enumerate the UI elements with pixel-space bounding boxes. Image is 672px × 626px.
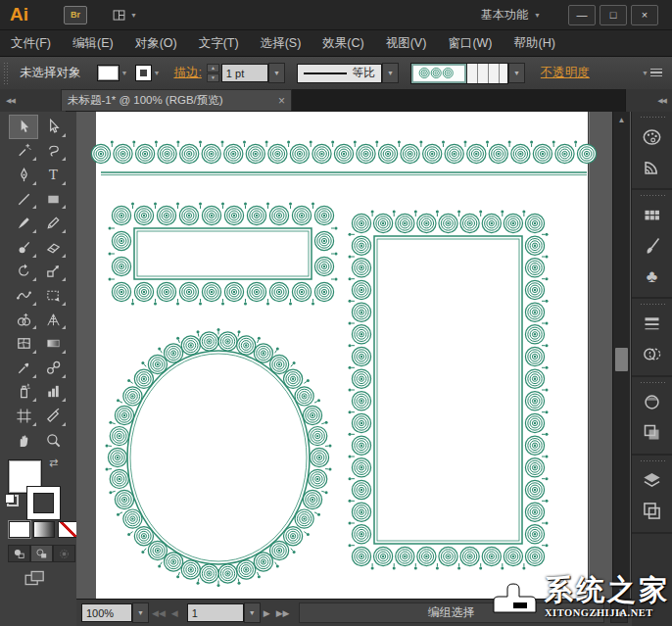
ornament-artwork[interactable] bbox=[76, 112, 632, 600]
panel-swatches-button[interactable] bbox=[632, 200, 671, 230]
panel-artboards-button[interactable] bbox=[632, 496, 671, 526]
maximize-button[interactable]: □ bbox=[600, 5, 627, 25]
scrollbar-thumb[interactable] bbox=[615, 348, 628, 371]
arrange-documents-button[interactable]: ▼ bbox=[111, 8, 137, 23]
zoom-level-field[interactable]: 100% bbox=[81, 603, 132, 622]
zoom-tool[interactable] bbox=[38, 428, 68, 453]
menu-item-2[interactable]: 编辑(E) bbox=[62, 35, 124, 52]
status-display[interactable]: 编组选择 ▶ bbox=[299, 602, 604, 623]
stroke-width-stepper[interactable]: ▲ ▼ bbox=[207, 64, 219, 82]
brush-definition-combo[interactable] bbox=[410, 63, 508, 84]
last-artboard-button[interactable]: ▶▶ bbox=[276, 608, 290, 618]
symbol-sprayer-tool[interactable] bbox=[9, 380, 38, 405]
next-artboard-button[interactable]: ▶ bbox=[264, 608, 270, 618]
control-bar-grip[interactable] bbox=[3, 62, 8, 85]
scroll-up-icon[interactable]: ▲ bbox=[613, 113, 630, 127]
color-button[interactable] bbox=[9, 521, 30, 538]
width-tool[interactable] bbox=[9, 283, 38, 308]
type-tool[interactable]: T bbox=[38, 163, 68, 187]
stroke-proxy-swatch[interactable] bbox=[27, 487, 60, 519]
chevron-down-icon[interactable]: ▼ bbox=[121, 70, 128, 76]
prev-artboard-button[interactable]: ◀ bbox=[171, 608, 178, 618]
swap-fill-stroke-icon[interactable]: ⇄ bbox=[49, 457, 58, 469]
status-popup-icon[interactable]: ▶ bbox=[593, 608, 600, 618]
minimize-button[interactable]: — bbox=[568, 5, 596, 25]
profile-dropdown[interactable]: ▼ bbox=[382, 63, 399, 83]
free-transform-tool[interactable] bbox=[38, 283, 68, 308]
toolbar-collapse-button[interactable]: ◀◀ bbox=[0, 89, 67, 112]
stepper-up-icon[interactable]: ▲ bbox=[207, 64, 219, 72]
menu-item-5[interactable]: 选择(S) bbox=[250, 35, 312, 52]
paintbrush-tool[interactable] bbox=[9, 211, 38, 235]
tab-close-icon[interactable]: × bbox=[278, 94, 285, 108]
stroke-color-swatch[interactable] bbox=[136, 66, 151, 80]
artboard-dropdown[interactable]: ▼ bbox=[244, 602, 261, 623]
column-graph-tool[interactable] bbox=[38, 380, 68, 405]
panel-grip[interactable] bbox=[640, 116, 665, 120]
first-artboard-button[interactable]: ◀◀ bbox=[152, 608, 166, 618]
panel-color-guide-button[interactable] bbox=[632, 152, 671, 182]
menu-item-8[interactable]: 窗口(W) bbox=[437, 35, 503, 52]
control-panel-menu-button[interactable]: ▼ bbox=[642, 69, 662, 77]
mesh-tool[interactable] bbox=[9, 331, 38, 356]
zoom-dropdown[interactable]: ▼ bbox=[132, 602, 149, 623]
stroke-panel-link[interactable]: 描边: bbox=[173, 65, 201, 81]
canvas-area[interactable]: ▲ ▼ bbox=[76, 112, 632, 600]
perspective-grid-tool[interactable] bbox=[38, 308, 68, 332]
panel-grip[interactable] bbox=[640, 194, 665, 198]
bridge-button[interactable]: Br bbox=[64, 6, 87, 24]
panel-stroke-button[interactable] bbox=[632, 309, 671, 339]
panel-grip[interactable] bbox=[640, 303, 665, 307]
draw-inside-button[interactable] bbox=[53, 545, 75, 562]
close-button[interactable]: × bbox=[631, 5, 658, 25]
artboard-number-field[interactable]: 1 bbox=[187, 603, 244, 622]
default-fill-stroke-icon[interactable] bbox=[5, 494, 19, 506]
eyedropper-tool[interactable] bbox=[9, 356, 38, 380]
eraser-tool[interactable] bbox=[38, 235, 68, 260]
rotate-tool[interactable] bbox=[9, 260, 38, 284]
panel-graphic-styles-button[interactable] bbox=[632, 417, 671, 448]
panel-brushes-button[interactable] bbox=[632, 230, 671, 261]
menu-item-4[interactable]: 文字(T) bbox=[188, 35, 250, 52]
scale-tool[interactable] bbox=[38, 260, 68, 284]
magic-wand-tool[interactable] bbox=[9, 139, 38, 164]
stroke-width-field[interactable]: 1 pt bbox=[221, 64, 268, 82]
pencil-tool[interactable] bbox=[38, 211, 68, 235]
slice-tool[interactable] bbox=[38, 404, 68, 428]
pen-tool[interactable] bbox=[9, 163, 38, 187]
hscroll-left-icon[interactable]: ◀ bbox=[610, 602, 628, 623]
rectangle-tool[interactable] bbox=[38, 187, 68, 212]
brush-dropdown[interactable]: ▼ bbox=[508, 63, 525, 83]
panel-symbols-button[interactable]: ♣ bbox=[632, 261, 671, 291]
menu-item-7[interactable]: 视图(V) bbox=[375, 35, 438, 52]
hand-tool[interactable] bbox=[9, 428, 38, 453]
panel-layers-button[interactable] bbox=[632, 465, 671, 496]
menu-item-1[interactable]: 文件(F) bbox=[0, 35, 62, 52]
line-segment-tool[interactable] bbox=[9, 187, 38, 212]
draw-behind-button[interactable] bbox=[30, 545, 53, 562]
workspace-switcher[interactable]: 基本功能 ▼ bbox=[481, 7, 541, 24]
panel-collapse-button[interactable]: ◀◀ bbox=[625, 89, 672, 112]
fill-color-swatch[interactable] bbox=[97, 65, 120, 81]
panel-appearance-button[interactable] bbox=[632, 387, 671, 417]
stepper-down-icon[interactable]: ▼ bbox=[207, 73, 219, 82]
document-tab[interactable]: 未标题-1* @ 100% (RGB/预览) × bbox=[61, 89, 292, 111]
selection-tool[interactable] bbox=[9, 115, 38, 139]
scroll-down-icon[interactable]: ▼ bbox=[613, 584, 630, 599]
screen-mode-button[interactable] bbox=[24, 568, 47, 591]
artboard-tool[interactable] bbox=[9, 404, 38, 428]
stroke-profile-combo[interactable]: 等比 bbox=[297, 64, 382, 83]
blob-brush-tool[interactable] bbox=[9, 235, 38, 260]
blend-tool[interactable] bbox=[38, 356, 68, 380]
opacity-panel-link[interactable]: 不透明度 bbox=[541, 65, 590, 81]
menu-item-6[interactable]: 效果(C) bbox=[312, 35, 374, 52]
chevron-down-icon[interactable]: ▼ bbox=[153, 70, 160, 76]
draw-normal-button[interactable] bbox=[8, 545, 30, 562]
vertical-scrollbar[interactable]: ▲ ▼ bbox=[612, 112, 630, 600]
panel-grip[interactable] bbox=[640, 459, 665, 463]
panel-transparency-button[interactable] bbox=[632, 339, 671, 369]
menu-item-3[interactable]: 对象(O) bbox=[124, 35, 188, 52]
shape-builder-tool[interactable] bbox=[9, 308, 38, 332]
direct-selection-tool[interactable] bbox=[38, 115, 68, 139]
panel-grip[interactable] bbox=[640, 381, 665, 385]
